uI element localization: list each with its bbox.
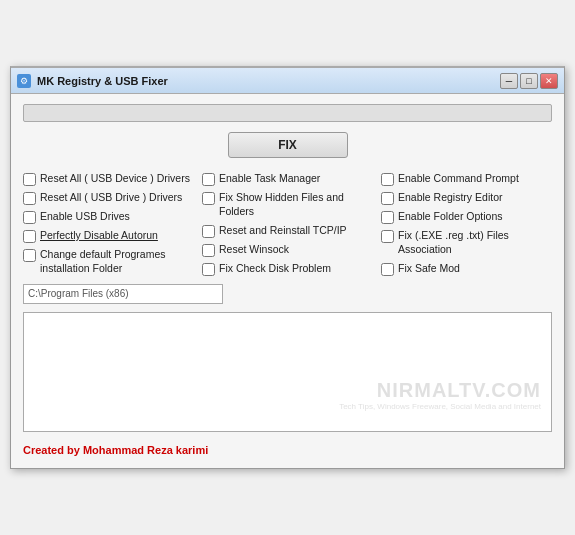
list-item: Fix Safe Mod [381,262,552,276]
progress-bar [23,104,552,122]
close-button[interactable]: ✕ [540,73,558,89]
path-input[interactable] [23,284,223,304]
reset-usb-drive-checkbox[interactable] [23,192,36,205]
enable-task-manager-label[interactable]: Enable Task Manager [219,172,320,186]
list-item: Enable Task Manager [202,172,373,186]
window-title: MK Registry & USB Fixer [37,75,168,87]
fix-hidden-files-checkbox[interactable] [202,192,215,205]
fix-hidden-files-label[interactable]: Fix Show Hidden Files and Folders [219,191,373,218]
disable-autorun-label[interactable]: Perfectly Disable Autorun [40,229,158,243]
list-item: Reset and Reinstall TCP/IP [202,224,373,238]
watermark: NIRMALTV.COM Tech Tips, Windows Freeware… [339,379,541,411]
list-item: Change default Programes installation Fo… [23,248,194,275]
enable-cmd-label[interactable]: Enable Command Prompt [398,172,519,186]
title-bar: ⚙ MK Registry & USB Fixer ─ □ ✕ [11,68,564,94]
fix-chkdsk-checkbox[interactable] [202,263,215,276]
reset-winsock-label[interactable]: Reset Winsock [219,243,289,257]
fix-chkdsk-label[interactable]: Fix Check Disk Problem [219,262,331,276]
app-icon: ⚙ [17,74,31,88]
list-item: Reset Winsock [202,243,373,257]
list-item: Enable Command Prompt [381,172,552,186]
reset-tcp-checkbox[interactable] [202,225,215,238]
enable-usb-drives-checkbox[interactable] [23,211,36,224]
fix-file-assoc-checkbox[interactable] [381,230,394,243]
list-item: Reset All ( USB Drive ) Drivers [23,191,194,205]
change-default-folder-label[interactable]: Change default Programes installation Fo… [40,248,194,275]
fix-file-assoc-label[interactable]: Fix (.EXE .reg .txt) Files Association [398,229,552,256]
enable-regedit-checkbox[interactable] [381,192,394,205]
list-item: Enable Registry Editor [381,191,552,205]
fix-button-row: FIX [23,132,552,158]
fix-safe-mod-label[interactable]: Fix Safe Mod [398,262,460,276]
checkbox-col1: Reset All ( USB Device ) Drivers Reset A… [23,172,194,275]
enable-task-manager-checkbox[interactable] [202,173,215,186]
checkbox-col2: Enable Task Manager Fix Show Hidden File… [202,172,373,275]
list-item: Reset All ( USB Device ) Drivers [23,172,194,186]
minimize-button[interactable]: ─ [500,73,518,89]
title-bar-left: ⚙ MK Registry & USB Fixer [17,74,168,88]
list-item: Fix Show Hidden Files and Folders [202,191,373,218]
enable-regedit-label[interactable]: Enable Registry Editor [398,191,502,205]
main-window: ⚙ MK Registry & USB Fixer ─ □ ✕ FIX Rese… [10,66,565,468]
title-buttons: ─ □ ✕ [500,73,558,89]
reset-winsock-checkbox[interactable] [202,244,215,257]
reset-usb-device-label[interactable]: Reset All ( USB Device ) Drivers [40,172,190,186]
reset-usb-device-checkbox[interactable] [23,173,36,186]
enable-cmd-checkbox[interactable] [381,173,394,186]
maximize-button[interactable]: □ [520,73,538,89]
list-item: Enable USB Drives [23,210,194,224]
footer: Created by Mohammad Reza karimi [23,440,552,458]
change-default-folder-checkbox[interactable] [23,249,36,262]
list-item: Fix (.EXE .reg .txt) Files Association [381,229,552,256]
enable-folder-options-label[interactable]: Enable Folder Options [398,210,502,224]
log-area: NIRMALTV.COM Tech Tips, Windows Freeware… [23,312,552,432]
list-item: Fix Check Disk Problem [202,262,373,276]
footer-text: Created by Mohammad Reza karimi [23,444,208,456]
fix-safe-mod-checkbox[interactable] [381,263,394,276]
disable-autorun-checkbox[interactable] [23,230,36,243]
list-item: Perfectly Disable Autorun [23,229,194,243]
watermark-main-text: NIRMALTV.COM [339,379,541,402]
reset-tcp-label[interactable]: Reset and Reinstall TCP/IP [219,224,347,238]
enable-folder-options-checkbox[interactable] [381,211,394,224]
main-content: FIX Reset All ( USB Device ) Drivers Res… [11,94,564,467]
fix-button[interactable]: FIX [228,132,348,158]
checkbox-col3: Enable Command Prompt Enable Registry Ed… [381,172,552,275]
enable-usb-drives-label[interactable]: Enable USB Drives [40,210,130,224]
reset-usb-drive-label[interactable]: Reset All ( USB Drive ) Drivers [40,191,182,205]
watermark-sub-text: Tech Tips, Windows Freeware, Social Medi… [339,402,541,411]
list-item: Enable Folder Options [381,210,552,224]
